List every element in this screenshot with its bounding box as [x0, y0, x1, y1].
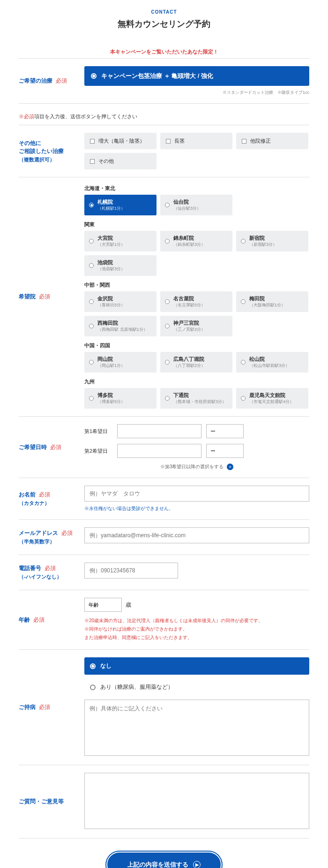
treatment-selected-option[interactable]: キャンペーン包茎治療 ＋ 亀頭増大 / 強化 — [84, 66, 309, 86]
age-label: 年齢 必須 — [19, 616, 80, 624]
email-sub: （半角英数字） — [19, 538, 80, 545]
radio-icon — [241, 360, 246, 365]
clinic-option[interactable]: 池袋院（池袋駅3分） — [84, 255, 157, 276]
date1-select[interactable] — [117, 424, 201, 438]
time2-select[interactable]: ー — [206, 444, 244, 458]
region-label: 九州 — [84, 378, 309, 385]
date2-select[interactable] — [117, 444, 201, 458]
clinic-option[interactable]: 鹿児島天文館院（市電天文館通駅4分） — [236, 388, 308, 409]
email-label: メールアドレス 必須 — [19, 529, 80, 537]
radio-icon — [91, 73, 97, 79]
radio-icon — [89, 396, 94, 401]
treatment-label: ご希望の治療 必須 — [19, 77, 80, 85]
other-label3: （複数選択可） — [19, 156, 80, 163]
other-option[interactable]: その他 — [84, 153, 157, 169]
condition-detail[interactable] — [84, 700, 309, 756]
date2-label: 第2希望日 — [84, 448, 112, 455]
clinic-option[interactable]: 札幌院（札幌駅1分） — [84, 195, 157, 215]
clinic-option[interactable]: 岡山院（岡山駅1分） — [84, 352, 157, 373]
plus-icon: ＋ — [227, 464, 233, 470]
other-label2: ご相談したい治療 — [19, 147, 80, 155]
condition-yes[interactable]: あり（糖尿病、服用薬など） — [84, 678, 309, 696]
datetime-label: ご希望日時 必須 — [19, 443, 80, 451]
checkbox-icon — [166, 139, 171, 144]
clinic-option[interactable]: 広島八丁堀院（八丁堀駅2分） — [160, 352, 232, 373]
clinic-option[interactable]: 大宮院（大宮駅1分） — [84, 231, 157, 251]
clinic-option[interactable]: 錦糸町院（錦糸町駅3分） — [160, 231, 232, 251]
time1-select[interactable]: ー — [206, 424, 244, 438]
page-title: 無料カウンセリング予約 — [19, 18, 309, 30]
submit-button[interactable]: 上記の内容を送信する ▶ — [107, 853, 221, 868]
clinic-option[interactable]: 仙台院（仙台駅3分） — [160, 195, 232, 215]
radio-icon — [165, 239, 170, 244]
clinic-option[interactable]: 松山院（松山市駅前駅3分） — [236, 352, 308, 373]
phone-sub: （-ハイフンなし） — [19, 573, 80, 580]
header-subtitle: CONTACT — [19, 9, 309, 15]
checkbox-icon — [242, 139, 246, 144]
page-header: CONTACT 無料カウンセリング予約 — [19, 9, 309, 30]
treatment-note: ※スタンダードカット治療 ※吸収タイプ1cc — [84, 90, 309, 96]
date1-label: 第1希望日 — [84, 428, 112, 435]
required-note: ※必須項目を入力後、送信ボタンを押してください — [19, 113, 309, 120]
region-label: 中国・四国 — [84, 342, 309, 349]
age-notes: ※20歳未満の方は、法定代理人（親権者もしくは未成年後見人）の同伴が必要です。 … — [84, 617, 309, 642]
region-label: 中部・関西 — [84, 282, 309, 289]
question-input[interactable] — [84, 773, 309, 829]
clinic-option[interactable]: 神戸三宮院（三ノ宮駅2分） — [160, 316, 232, 336]
name-note: ※永住権がない場合は受診ができません。 — [84, 505, 309, 512]
region-label: 北海道・東北 — [84, 185, 309, 192]
region-label: 関東 — [84, 221, 309, 228]
radio-icon — [90, 663, 96, 669]
clinic-option[interactable]: 金沢院（香林坊5分） — [84, 291, 157, 312]
radio-icon — [165, 396, 170, 401]
radio-icon — [165, 203, 170, 207]
arrow-icon: ▶ — [193, 861, 201, 868]
checkbox-icon — [90, 159, 95, 164]
date-add-note[interactable]: ※第3希望日以降の選択をする ＋ — [84, 464, 309, 470]
radio-icon — [89, 299, 94, 304]
clinic-label: 希望院 必須 — [19, 293, 80, 301]
campaign-banner: 本キャンペーンをご覧いただいたあなた限定！ — [19, 48, 309, 55]
radio-icon — [89, 263, 94, 268]
radio-icon — [90, 685, 96, 690]
phone-label: 電話番号 必須 — [19, 564, 80, 572]
phone-input[interactable] — [84, 563, 178, 579]
age-unit: 歳 — [126, 601, 131, 609]
radio-icon — [89, 360, 94, 365]
name-sub: （カタカナ） — [19, 500, 80, 507]
clinic-option[interactable]: 西梅田院（西梅田駅 北新地駅1分） — [84, 316, 157, 336]
other-label1: その他に — [19, 139, 80, 147]
other-option[interactable]: 他院修正 — [236, 133, 308, 149]
clinic-option[interactable]: 名古屋院（名古屋駅5分） — [160, 291, 232, 312]
clinic-option[interactable]: 新宿院（新宿駅3分） — [236, 231, 308, 251]
other-option[interactable]: 長茎 — [160, 133, 232, 149]
other-option[interactable]: 増大（亀頭・陰茎） — [84, 133, 157, 149]
name-label: お名前 必須 — [19, 491, 80, 499]
radio-icon — [89, 324, 94, 328]
radio-icon — [165, 324, 170, 328]
radio-icon — [89, 203, 94, 207]
email-input[interactable] — [84, 527, 309, 543]
checkbox-icon — [90, 139, 95, 144]
question-label: ご質問・ご意見等 — [19, 798, 80, 806]
radio-icon — [241, 396, 246, 401]
clinic-option[interactable]: 下通院（熊本城・市役所前駅3分） — [160, 388, 232, 409]
condition-none[interactable]: なし — [84, 657, 309, 675]
radio-icon — [89, 239, 94, 244]
name-input[interactable] — [84, 486, 309, 502]
radio-icon — [241, 239, 246, 244]
age-select[interactable]: 年齢 — [84, 598, 122, 612]
clinic-option[interactable]: 梅田院（大阪梅田駅1分） — [236, 291, 308, 312]
radio-icon — [165, 360, 170, 365]
clinic-option[interactable]: 博多院（博多駅5分） — [84, 388, 157, 409]
radio-icon — [241, 299, 246, 304]
radio-icon — [165, 299, 170, 304]
condition-label: ご持病 必須 — [19, 703, 80, 711]
